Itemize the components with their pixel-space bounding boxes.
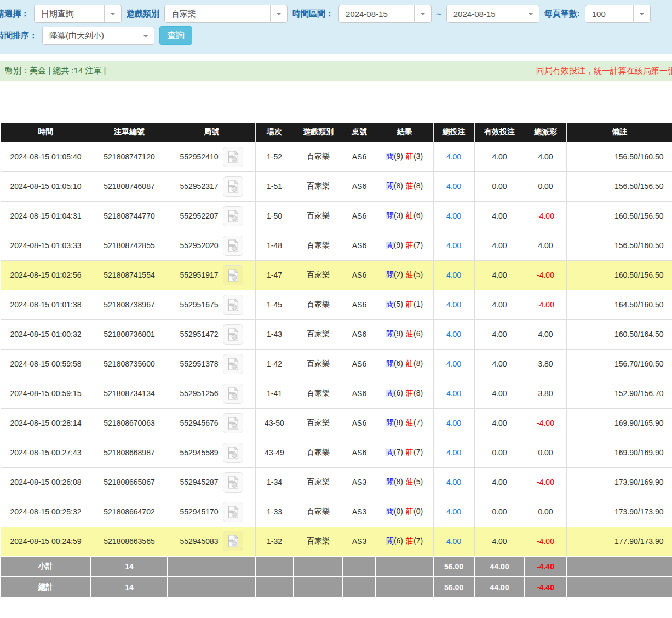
total-bet-link[interactable]: 4.00 — [446, 300, 461, 309]
valid-bet-cell: 4.00 — [474, 379, 525, 408]
round-id-cell: 552951472 — [168, 319, 255, 349]
total-bet-cell: 4.00 — [433, 290, 474, 319]
total-bet-cell: 4.00 — [433, 171, 474, 201]
sort-order-select[interactable]: 降冪(由大到小) — [42, 27, 154, 45]
bet-id-cell: 521808668987 — [91, 438, 168, 467]
note-cell: 156.50/156.50 — [566, 171, 672, 201]
note-cell: 160.50/156.50 — [566, 260, 672, 290]
table-no-cell: AS6 — [343, 201, 376, 231]
table-row: 2024-08-15 01:04:31 521808744770 5529522… — [1, 201, 672, 231]
valid-bet-cell: 4.00 — [474, 201, 525, 231]
table-row: 2024-08-15 01:03:33 521808742855 5529520… — [1, 231, 672, 260]
query-type-select[interactable]: 日期查詢 — [34, 5, 122, 23]
video-replay-button[interactable] — [223, 265, 243, 285]
chevron-down-icon[interactable] — [633, 5, 650, 22]
total-bet-cell: 4.00 — [433, 438, 474, 467]
video-replay-button[interactable] — [223, 384, 243, 404]
video-replay-button[interactable] — [223, 324, 243, 345]
time-cell: 2024-08-15 01:01:38 — [1, 290, 91, 319]
chevron-down-icon[interactable] — [414, 5, 431, 22]
player-points: (9) — [394, 152, 403, 161]
total-bet-link[interactable]: 4.00 — [446, 271, 461, 279]
total-bet-link[interactable]: 4.00 — [446, 241, 461, 250]
round-id-cell: 552951378 — [168, 349, 255, 379]
valid-bet-cell: 4.00 — [474, 260, 525, 290]
banker-result: 莊 — [406, 418, 413, 427]
banker-result: 莊 — [406, 152, 413, 161]
video-replay-button[interactable] — [223, 443, 243, 463]
video-replay-button[interactable] — [223, 502, 243, 522]
summary-row: 總計 14 56.00 44.00 -4.40 — [1, 577, 672, 598]
bet-id-cell: 521808663565 — [91, 527, 168, 556]
game-category-value: 百家樂 — [165, 5, 270, 22]
round-id-value: 552951256 — [180, 389, 218, 398]
table-row: 2024-08-15 00:28:14 521808670063 5529456… — [1, 408, 672, 438]
total-bet-link[interactable]: 4.00 — [446, 359, 461, 368]
total-bet-link[interactable]: 4.00 — [446, 478, 461, 487]
total-bet-link[interactable]: 4.00 — [446, 448, 461, 457]
player-result: 閒 — [386, 477, 394, 486]
total-bet-link[interactable]: 4.00 — [446, 389, 461, 398]
table-no-cell: AS6 — [343, 231, 376, 260]
time-cell: 2024-08-15 00:26:08 — [1, 467, 91, 497]
session-cell: 43-49 — [255, 438, 294, 467]
empty-cell — [343, 556, 376, 577]
table-row: 2024-08-15 01:01:38 521808738967 5529516… — [1, 290, 672, 319]
video-replay-button[interactable] — [223, 354, 243, 374]
player-points: (9) — [394, 241, 403, 249]
video-replay-button[interactable] — [223, 531, 243, 551]
game-cell: 百家樂 — [294, 438, 343, 467]
video-replay-button[interactable] — [223, 472, 243, 493]
video-replay-button[interactable] — [223, 206, 243, 226]
video-replay-button[interactable] — [223, 147, 243, 167]
empty-cell — [294, 556, 343, 577]
date-from-select[interactable]: 2024-08-15 — [338, 5, 432, 23]
total-bet-link[interactable]: 4.00 — [446, 507, 461, 516]
player-result: 閒 — [386, 181, 394, 190]
summary-label-cell: 總計 — [1, 577, 91, 598]
round-id-cell: 552945676 — [168, 408, 255, 438]
filter-row-1: 請選擇： 日期查詢 遊戲類別 百家樂 時間區間： 2024-08-15 ~ 20… — [0, 5, 672, 23]
chevron-down-icon[interactable] — [137, 27, 154, 44]
player-points: (0) — [394, 507, 403, 516]
video-replay-button[interactable] — [223, 236, 243, 256]
total-bet-link[interactable]: 4.00 — [446, 182, 461, 191]
empty-cell — [168, 556, 255, 577]
round-id-value: 552945287 — [180, 478, 218, 487]
player-result: 閒 — [386, 359, 394, 368]
table-no-cell: AS6 — [343, 379, 376, 408]
total-bet-link[interactable]: 4.00 — [446, 152, 461, 161]
chevron-down-icon[interactable] — [522, 5, 539, 22]
video-replay-button[interactable] — [223, 413, 243, 433]
note-cell: 156.50/160.50 — [566, 231, 672, 260]
time-cell: 2024-08-15 01:00:32 — [1, 319, 91, 349]
chevron-down-icon[interactable] — [270, 5, 287, 22]
game-cell: 百家樂 — [294, 349, 343, 379]
total-bet-link[interactable]: 4.00 — [446, 537, 461, 546]
video-file-icon — [227, 506, 239, 518]
table-no-cell: AS6 — [343, 438, 376, 467]
game-category-select[interactable]: 百家樂 — [164, 5, 288, 23]
video-replay-button[interactable] — [223, 295, 243, 315]
total-bet-link[interactable]: 4.00 — [446, 330, 461, 339]
banker-result: 莊 — [406, 477, 413, 486]
player-points: (6) — [394, 388, 403, 397]
video-replay-button[interactable] — [223, 176, 243, 197]
time-cell: 2024-08-15 01:03:33 — [1, 231, 91, 260]
page-size-select[interactable]: 100 — [585, 5, 651, 23]
time-cell: 2024-08-15 00:59:58 — [1, 349, 91, 379]
player-result: 閒 — [386, 152, 394, 161]
date-to-select[interactable]: 2024-08-15 — [446, 5, 539, 23]
chevron-down-icon[interactable] — [104, 5, 121, 22]
video-file-icon — [227, 269, 239, 282]
bet-id-cell: 521808735600 — [91, 349, 168, 379]
table-no-cell: AS3 — [343, 527, 376, 556]
total-bet-cell: 4.00 — [433, 319, 474, 349]
note-cell: 164.50/160.50 — [566, 290, 672, 319]
total-bet-link[interactable]: 4.00 — [446, 211, 461, 220]
banker-points: (3) — [413, 152, 423, 161]
player-points: (7) — [394, 448, 403, 456]
search-button[interactable]: 查詢 — [159, 26, 192, 45]
total-bet-link[interactable]: 4.00 — [446, 419, 461, 427]
table-row: 2024-08-15 00:25:32 521808664702 5529451… — [1, 497, 672, 527]
